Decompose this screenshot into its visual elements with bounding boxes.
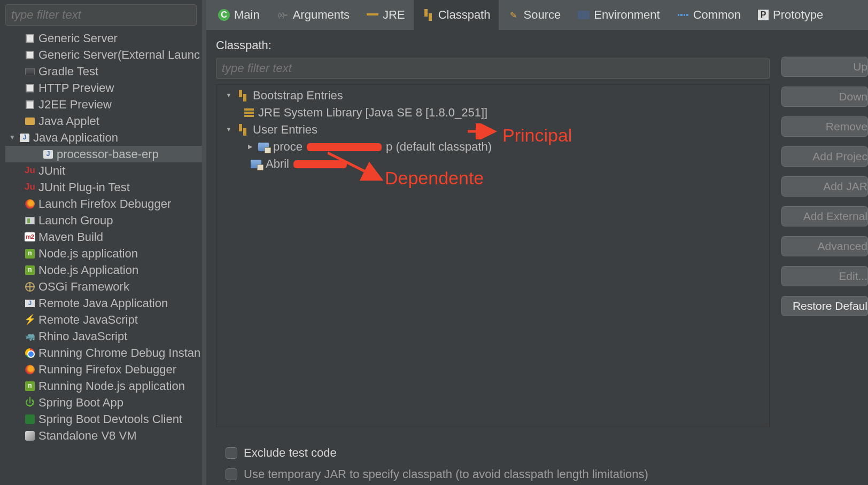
exclude-testcode-row[interactable]: Exclude test code: [226, 442, 770, 464]
down-button[interactable]: Down: [781, 87, 868, 107]
edit--button[interactable]: Edit...: [781, 266, 868, 286]
tree-node-label: JRE System Library [Java SE 8 [1.8.0_251…: [258, 104, 487, 121]
tab-prototype[interactable]: PPrototype: [749, 0, 832, 30]
sidebar-item[interactable]: J2EE Preview: [5, 96, 202, 113]
sidebar-item[interactable]: nNode.js Application: [5, 262, 202, 278]
temp-jar-row[interactable]: Use temporary JAR to specify classpath (…: [226, 464, 770, 485]
panel-divider[interactable]: [202, 0, 206, 485]
sidebar-item[interactable]: OSGi Framework: [5, 278, 202, 295]
config-type-tree[interactable]: Generic ServerGeneric Server(External La…: [0, 30, 202, 485]
sidebar-item-label: Running Node.js application: [38, 378, 185, 395]
classpath-buttons: UpDownRemoveAdd ProjecAdd JARAdd Externa…: [777, 30, 868, 485]
sidebar-item-label: Launch Firefox Debugger: [38, 195, 171, 213]
chrome-icon: [25, 348, 35, 358]
sidebar-item[interactable]: m2Maven Build: [5, 229, 202, 245]
node-icon: n: [25, 381, 35, 392]
bootstrap-entries-node[interactable]: ▼ Bootstrap Entries: [216, 87, 769, 104]
ju-icon: Ju: [25, 182, 35, 193]
tab-main[interactable]: CMain: [210, 0, 268, 30]
sidebar-item[interactable]: nNode.js application: [5, 245, 202, 262]
checkbox-icon[interactable]: [226, 447, 237, 459]
sidebar-item[interactable]: Running Firefox Debugger: [5, 361, 202, 378]
sidebar-item[interactable]: nRunning Node.js application: [5, 378, 202, 394]
button-label: Restore Defaul: [793, 300, 867, 312]
restore-defaul-button[interactable]: Restore Defaul: [781, 296, 868, 316]
sidebar-item[interactable]: Generic Server: [5, 30, 202, 46]
sidebar-item-label: Rhino JavaScript: [38, 328, 127, 345]
box-icon: [25, 99, 35, 110]
sidebar-item[interactable]: Generic Server(External Launc: [5, 46, 202, 63]
library-icon: [244, 108, 254, 117]
sidebar-item[interactable]: JuJUnit Plug-in Test: [5, 179, 202, 195]
advanced-button[interactable]: Advanced: [781, 236, 868, 256]
osgi-icon: [25, 281, 35, 292]
sidebar-item[interactable]: HTTP Preview: [5, 80, 202, 96]
sidebar-item[interactable]: ⚡Remote JavaScript: [5, 311, 202, 328]
tab-classpath[interactable]: Classpath: [414, 0, 499, 30]
project-folder-icon: [251, 160, 261, 168]
sidebar-item-label: HTTP Preview: [38, 80, 114, 97]
tab-jre[interactable]: JRE: [358, 0, 414, 30]
main-panel: CMain(x)=ArgumentsJREClasspath✎SourceEnv…: [206, 0, 868, 485]
sidebar-item[interactable]: JuJUnit: [5, 162, 202, 179]
up-button[interactable]: Up: [781, 57, 868, 77]
sidebar-item[interactable]: Java Applet: [5, 113, 202, 129]
sidebar-item[interactable]: Launch Group: [5, 212, 202, 229]
user-entries-node[interactable]: ▼ User Entries: [216, 121, 769, 138]
sidebar-item-label: Remote Java Application: [38, 295, 168, 312]
classpath-filter-input[interactable]: [216, 58, 770, 79]
sidebar-item[interactable]: 🦏Rhino JavaScript: [5, 328, 202, 345]
tab-label: Main: [234, 8, 260, 22]
expand-icon: ▼: [225, 126, 232, 134]
sidebar-item-label: Spring Boot Devtools Client: [38, 411, 182, 428]
sidebar-item[interactable]: Launch Firefox Debugger: [5, 195, 202, 212]
sidebar-item[interactable]: Jprocessor-base-erp: [5, 146, 202, 162]
node-icon: n: [25, 248, 35, 259]
add-jar-button[interactable]: Add JAR: [781, 176, 868, 197]
sidebar-item-label: Spring Boot App: [38, 394, 123, 411]
sidebar-item-label: JUnit Plug-in Test: [38, 179, 130, 196]
tree-node-label: User Entries: [253, 121, 317, 138]
ff-icon: [25, 364, 35, 375]
sidebar-filter-input[interactable]: [5, 4, 197, 26]
sidebar-item-label: JUnit: [38, 162, 65, 179]
remove-button[interactable]: Remove: [781, 116, 868, 137]
tab-label: Classpath: [438, 8, 491, 22]
classpath-category-icon: [237, 90, 249, 101]
sidebar-item[interactable]: Gradle Test: [5, 63, 202, 80]
add-projec-button[interactable]: Add Projec: [781, 146, 868, 167]
config-type-sidebar: Generic ServerGeneric Server(External La…: [0, 0, 202, 485]
ff-icon: [25, 199, 35, 209]
box-icon: [25, 50, 35, 60]
tree-node-label: p (default classpath): [386, 138, 492, 155]
user-entry-dependente[interactable]: Abril: [216, 155, 769, 173]
grad-icon: [25, 66, 35, 77]
tab-source[interactable]: ✎Source: [499, 0, 569, 30]
sidebar-item[interactable]: Running Chrome Debug Instan: [5, 345, 202, 361]
button-label: Advanced: [818, 240, 867, 253]
sidebar-item[interactable]: Spring Boot Devtools Client: [5, 411, 202, 427]
tab-label: Common: [693, 8, 741, 22]
add-external-button[interactable]: Add External: [781, 206, 868, 226]
sidebar-item[interactable]: ▼JJava Application: [5, 129, 202, 146]
tab-label: JRE: [383, 8, 405, 22]
redaction-bar: [293, 160, 347, 168]
tab-label: Arguments: [293, 8, 350, 22]
applet-icon: [25, 116, 35, 127]
tab-arguments[interactable]: (x)=Arguments: [268, 0, 358, 30]
sidebar-item-label: Gradle Test: [38, 63, 98, 80]
jre-library-node[interactable]: JRE System Library [Java SE 8 [1.8.0_251…: [216, 104, 769, 121]
user-entry-principal[interactable]: ▶ proce p (default classpath): [216, 138, 769, 155]
sidebar-item-label: J2EE Preview: [38, 96, 112, 113]
sidebar-item[interactable]: JRemote Java Application: [5, 295, 202, 311]
bolt-icon: ⚡: [25, 315, 35, 325]
tab-environment[interactable]: Environment: [569, 0, 669, 30]
classpath-tree[interactable]: ▼ Bootstrap Entries JRE System Library […: [216, 84, 770, 427]
power-icon: ⏻: [25, 397, 35, 408]
rj-icon: J: [25, 298, 35, 309]
sidebar-item[interactable]: Standalone V8 VM: [5, 427, 202, 444]
checkbox-icon[interactable]: [226, 468, 237, 480]
sidebar-item-label: Node.js application: [38, 245, 138, 262]
tab-common[interactable]: Common: [669, 0, 749, 30]
sidebar-item[interactable]: ⏻Spring Boot App: [5, 394, 202, 411]
